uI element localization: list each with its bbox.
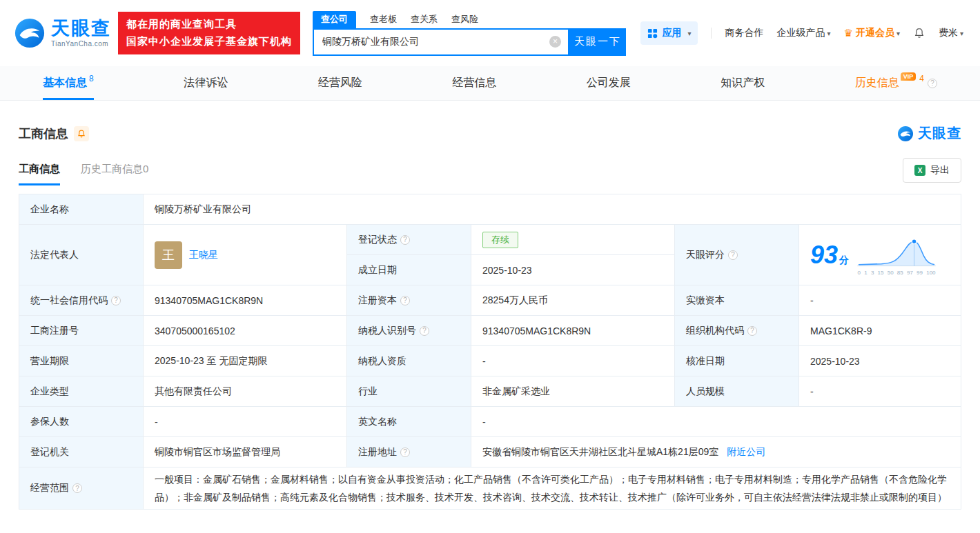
legal-rep-link[interactable]: 王晓星 bbox=[189, 249, 218, 261]
nearby-companies-link[interactable]: 附近公司 bbox=[727, 446, 765, 459]
nav-open-vip[interactable]: ♛ 开通会员 ▾ bbox=[843, 27, 899, 39]
tab-label: 基本信息 bbox=[43, 76, 87, 90]
export-button[interactable]: X 导出 bbox=[903, 158, 961, 183]
field-label-company-name: 企业名称 bbox=[19, 194, 144, 225]
field-label-registry: 登记机关 bbox=[19, 437, 144, 467]
search-tab-company[interactable]: 查公司 bbox=[313, 11, 356, 28]
tab-badge: 8 bbox=[89, 74, 94, 83]
help-icon[interactable]: ? bbox=[400, 296, 410, 305]
nav-vip-label: 开通会员 bbox=[856, 27, 894, 39]
field-value-taxpayer-quality: - bbox=[471, 346, 675, 376]
top-navigation: 应用 ▾ 商务合作 企业级产品 ▾ ♛ 开通会员 ▾ 费米 ▾ bbox=[640, 21, 963, 45]
field-value-reg-number: 340705000165102 bbox=[144, 316, 347, 346]
field-label-reg-status: 登记状态 ? bbox=[347, 225, 471, 255]
subtab-business-info[interactable]: 工商信息 bbox=[19, 163, 60, 185]
company-section-tabs: 基本信息 8 法律诉讼 经营风险 经营信息 公司发展 知识产权 历史信息 VIP… bbox=[0, 66, 980, 101]
nav-enterprise-products[interactable]: 企业级产品 ▾ bbox=[776, 27, 830, 39]
field-label-business-scope: 经营范围 ? bbox=[19, 467, 144, 510]
apps-grid-icon bbox=[647, 28, 658, 39]
tab-history-info[interactable]: 历史信息 VIP 4 ? bbox=[855, 66, 937, 100]
help-icon[interactable]: ? bbox=[72, 483, 82, 493]
subtab-history-business-info[interactable]: 历史工商信息0 bbox=[81, 163, 148, 185]
field-label-company-type: 企业类型 bbox=[19, 376, 144, 407]
field-value-paid-capital: - bbox=[799, 285, 961, 316]
field-label-insured: 参保人数 bbox=[19, 407, 144, 437]
search-tab-risk[interactable]: 查风险 bbox=[451, 11, 478, 28]
apps-menu-button[interactable]: 应用 ▾ bbox=[640, 21, 698, 45]
page-title: 工商信息 bbox=[19, 125, 68, 142]
help-icon[interactable]: ? bbox=[111, 296, 121, 305]
tianyancha-watermark: 天眼查 bbox=[897, 124, 961, 143]
help-icon[interactable]: ? bbox=[728, 250, 738, 260]
nav-business-cooperation[interactable]: 商务合作 bbox=[725, 27, 763, 39]
tianyancha-watermark-icon bbox=[897, 125, 914, 142]
promo-banner: 都在用的商业查询工具 国家中小企业发展子基金旗下机构 bbox=[118, 12, 300, 54]
status-badge: 存续 bbox=[482, 232, 518, 248]
search-type-tabs: 查公司 查老板 查关系 查风险 bbox=[313, 11, 626, 28]
search-box: × bbox=[313, 28, 569, 56]
tab-operating-risk[interactable]: 经营风险 bbox=[318, 66, 362, 100]
subscribe-bell-button[interactable] bbox=[74, 126, 89, 141]
field-value-approval-date: 2025-10-23 bbox=[799, 346, 961, 376]
field-label-establish-date: 成立日期 bbox=[347, 255, 471, 285]
tab-label: 公司发展 bbox=[587, 76, 631, 90]
tab-intellectual-property[interactable]: 知识产权 bbox=[721, 66, 765, 100]
clear-icon[interactable]: × bbox=[549, 36, 561, 48]
tab-legal-litigation[interactable]: 法律诉讼 bbox=[184, 66, 228, 100]
chevron-down-icon: ▾ bbox=[896, 30, 900, 37]
help-icon[interactable]: ? bbox=[420, 326, 429, 336]
bell-icon bbox=[913, 27, 925, 39]
field-label-credit-code: 统一社会信用代码 ? bbox=[19, 285, 144, 316]
field-label-staff-size: 人员规模 bbox=[675, 376, 799, 407]
score-axis-labels: 0 1 3 15 50 85 97 99 100 bbox=[858, 270, 936, 276]
search-tab-boss[interactable]: 查老板 bbox=[370, 11, 397, 28]
tab-company-development[interactable]: 公司发展 bbox=[587, 66, 631, 100]
subtab-row: 工商信息 历史工商信息0 X 导出 bbox=[19, 158, 961, 185]
bell-icon bbox=[77, 129, 86, 139]
field-value-establish-date: 2025-10-23 bbox=[471, 255, 675, 285]
field-value-reg-capital: 28254万人民币 bbox=[471, 285, 675, 316]
chevron-down-icon: ▾ bbox=[827, 30, 830, 37]
top-bar: 天眼查 TianYanCha.com 都在用的商业查询工具 国家中小企业发展子基… bbox=[0, 0, 980, 66]
logo-subtitle: TianYanCha.com bbox=[51, 40, 111, 48]
score-chart bbox=[856, 234, 937, 270]
tianyancha-logo-icon bbox=[14, 17, 46, 49]
field-value-legal-rep: 王 王晓星 bbox=[144, 225, 347, 285]
tab-label: 法律诉讼 bbox=[184, 76, 228, 90]
search-input[interactable] bbox=[314, 37, 549, 48]
help-icon[interactable]: ? bbox=[400, 235, 410, 245]
search-tab-relation[interactable]: 查关系 bbox=[411, 11, 438, 28]
field-value-company-name: 铜陵万桥矿业有限公司 bbox=[144, 194, 961, 225]
field-label-approval-date: 核准日期 bbox=[675, 346, 799, 376]
nav-user-menu[interactable]: 费米 ▾ bbox=[939, 27, 963, 39]
field-value-insured: - bbox=[144, 407, 347, 437]
field-label-org-code: 组织机构代码 ? bbox=[675, 316, 799, 346]
field-label-address: 注册地址 ? bbox=[347, 437, 471, 467]
tianyancha-logo[interactable]: 天眼查 TianYanCha.com bbox=[14, 17, 111, 49]
field-value-reg-status: 存续 bbox=[471, 225, 675, 255]
export-label: 导出 bbox=[930, 164, 950, 177]
excel-icon: X bbox=[914, 165, 925, 176]
avatar[interactable]: 王 bbox=[155, 241, 182, 269]
notifications-button[interactable] bbox=[913, 27, 925, 39]
field-value-english-name: - bbox=[471, 407, 961, 437]
help-icon[interactable]: ? bbox=[747, 326, 757, 336]
field-label-industry: 行业 bbox=[347, 376, 471, 407]
field-value-staff-size: - bbox=[799, 376, 961, 407]
help-icon[interactable]: ? bbox=[928, 79, 937, 88]
field-label-business-term: 营业期限 bbox=[19, 346, 144, 376]
apps-label: 应用 bbox=[662, 27, 681, 39]
tab-operating-info[interactable]: 经营信息 bbox=[452, 66, 496, 100]
watermark-brand-text: 天眼查 bbox=[918, 124, 961, 143]
field-value-business-scope: 一般项目：金属矿石销售；金属材料销售；以自有资金从事投资活动；化工产品销售（不含… bbox=[144, 467, 961, 510]
tab-basic-info[interactable]: 基本信息 8 bbox=[43, 66, 94, 100]
field-value-score: 93分 0 1 3 15 50 85 97 99 100 bbox=[799, 225, 961, 285]
promo-banner-line1: 都在用的商业查询工具 bbox=[126, 16, 292, 33]
field-label-reg-capital: 注册资本 ? bbox=[347, 285, 471, 316]
chevron-down-icon: ▾ bbox=[687, 30, 691, 37]
search-area: 查公司 查老板 查关系 查风险 × 天眼一下 bbox=[313, 11, 626, 56]
help-icon[interactable]: ? bbox=[400, 447, 410, 457]
field-label-legal-rep: 法定代表人 bbox=[19, 225, 144, 285]
search-button[interactable]: 天眼一下 bbox=[569, 28, 626, 56]
field-label-score: 天眼评分 ? bbox=[675, 225, 799, 285]
